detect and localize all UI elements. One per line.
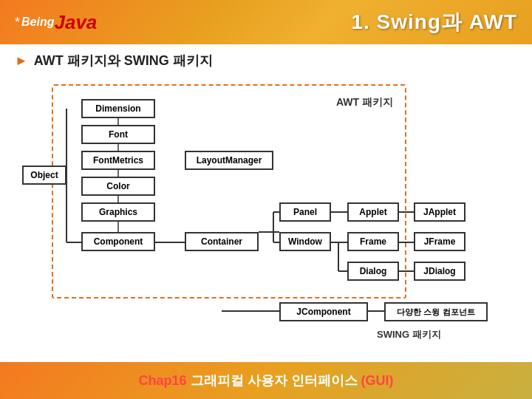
footer-chapter: Chap16 (138, 373, 186, 388)
layoutmanager-box: LayoutManager (185, 151, 273, 170)
frame-box: Frame (347, 232, 399, 251)
top-banner: * Being Java 1. Swing과 AWT (0, 0, 532, 44)
dimension-box: Dimension (81, 99, 155, 118)
japplet-box: JApplet (414, 202, 466, 222)
awt-package-label: AWT 패키지 (336, 96, 393, 109)
jcomponent-box: JComponent (279, 302, 368, 321)
main-content: ► AWT 패키지와 SWING 패키지 AWT 패키지 (0, 44, 532, 362)
component-box: Component (81, 232, 155, 251)
logo-being: Being (21, 16, 54, 29)
container-box: Container (185, 232, 259, 251)
fontmetrics-box: FontMetrics (81, 151, 155, 170)
color-box: Color (81, 177, 155, 196)
jframe-box: JFrame (414, 232, 466, 251)
footer-main: 그래피컬 사용자 인터페이스 (191, 373, 358, 388)
arrow-icon: ► (15, 53, 28, 69)
graphics-box: Graphics (81, 202, 155, 222)
window-box: Window (279, 232, 331, 251)
logo: * Being Java (15, 11, 97, 34)
footer-suffix: (GUI) (361, 373, 394, 388)
logo-java: Java (54, 11, 97, 34)
section-title: ► AWT 패키지와 SWING 패키지 (15, 52, 517, 69)
section-label: AWT 패키지와 SWING 패키지 (34, 52, 213, 69)
swing-components-box: 다양한 스윙 컴포넌트 (384, 302, 488, 321)
page-title: 1. Swing과 AWT (351, 8, 517, 36)
applet-box: Applet (347, 202, 399, 222)
bottom-footer: Chap16 그래피컬 사용자 인터페이스 (GUI) (0, 362, 532, 399)
diagram-container: AWT 패키지 (22, 77, 510, 343)
dialog-box: Dialog (347, 262, 399, 281)
swing-package-label: SWING 패키지 (377, 328, 441, 341)
logo-star: * (15, 15, 20, 30)
jdialog-box: JDialog (414, 262, 466, 281)
font-box: Font (81, 125, 155, 144)
footer-text: Chap16 그래피컬 사용자 인터페이스 (GUI) (138, 372, 393, 389)
panel-box: Panel (279, 202, 331, 222)
object-box: Object (22, 166, 66, 185)
